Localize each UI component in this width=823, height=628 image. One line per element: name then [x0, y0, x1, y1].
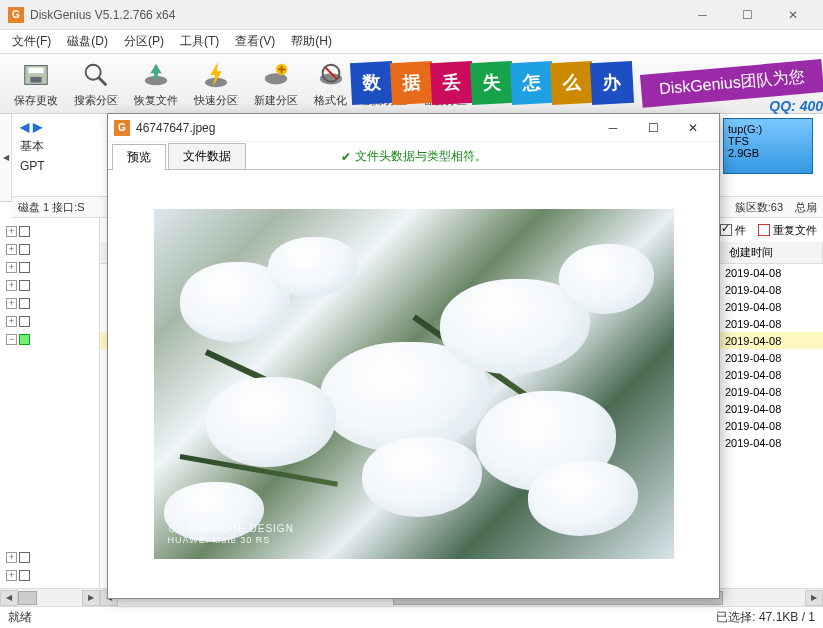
- tree-row[interactable]: −: [0, 330, 99, 348]
- svg-line-4: [99, 78, 107, 86]
- disk-info: 磁盘 1 接口:S: [18, 200, 85, 215]
- tree-row[interactable]: +: [0, 240, 99, 258]
- app-icon: G: [8, 7, 24, 23]
- label-gpt: GPT: [20, 159, 84, 173]
- recover-files-button[interactable]: 恢复文件: [126, 57, 186, 110]
- recover-icon: [140, 59, 172, 91]
- label-basic: 基本: [20, 138, 84, 155]
- scroll-right-icon[interactable]: ▶: [805, 590, 823, 606]
- banner-char: 丢: [430, 61, 474, 105]
- volume-size: 2.9GB: [728, 147, 808, 159]
- status-ready: 就绪: [8, 609, 32, 626]
- preview-title-bar[interactable]: G 46747647.jpeg ─ ☐ ✕: [108, 114, 719, 142]
- menu-help[interactable]: 帮助(H): [283, 31, 340, 52]
- search-partition-button[interactable]: 搜索分区: [66, 57, 126, 110]
- save-button[interactable]: 保存更改: [6, 57, 66, 110]
- left-collapse[interactable]: ◀: [0, 114, 12, 201]
- nav-back-icon[interactable]: ◀: [20, 120, 29, 134]
- preview-minimize-button[interactable]: ─: [593, 115, 633, 141]
- status-selected: 已选择: 47.1KB / 1: [716, 609, 815, 626]
- disk-icon: [20, 59, 52, 91]
- tree-row[interactable]: +: [0, 276, 99, 294]
- lightning-icon: [200, 59, 232, 91]
- svg-point-3: [86, 65, 101, 80]
- scroll-right-icon[interactable]: ▶: [82, 590, 100, 606]
- banner-char: 么: [550, 61, 594, 105]
- tree-row[interactable]: +: [0, 258, 99, 276]
- quick-partition-button[interactable]: 快速分区: [186, 57, 246, 110]
- tree-hscroll[interactable]: ◀ ▶: [0, 588, 100, 606]
- preview-tabs: 预览 文件数据 ✔ 文件头数据与类型相符。: [108, 142, 719, 170]
- preview-title: 46747647.jpeg: [136, 121, 593, 135]
- window-title: DiskGenius V5.1.2.766 x64: [30, 8, 680, 22]
- tree-row[interactable]: +: [0, 312, 99, 330]
- banner-qq: QQ: 400: [769, 98, 823, 114]
- image-watermark: ⊙⊙ PORSCHE DESIGN HUAWEI Mate 30 RS: [168, 522, 294, 547]
- menu-partition[interactable]: 分区(P): [116, 31, 172, 52]
- svg-point-7: [265, 73, 288, 84]
- tree-row[interactable]: +: [0, 294, 99, 312]
- tree-row[interactable]: +: [0, 566, 99, 584]
- format-icon: [315, 59, 347, 91]
- col-created[interactable]: 创建时间: [723, 242, 823, 263]
- promo-banner: 数 据 丢 失 怎 么 办 DiskGenius团队为您 QQ: 400: [353, 54, 823, 112]
- app-icon: G: [114, 120, 130, 136]
- menu-bar: 文件(F) 磁盘(D) 分区(P) 工具(T) 查看(V) 帮助(H): [0, 30, 823, 54]
- preview-close-button[interactable]: ✕: [673, 115, 713, 141]
- preview-image: ⊙⊙ PORSCHE DESIGN HUAWEI Mate 30 RS: [154, 209, 674, 559]
- scroll-left-icon[interactable]: ◀: [0, 590, 18, 606]
- banner-char: 失: [470, 61, 514, 105]
- toolbar: 保存更改 搜索分区 恢复文件 快速分区 新建分区 格式化 删除分区 备份分区 数…: [0, 54, 823, 114]
- menu-tools[interactable]: 工具(T): [172, 31, 227, 52]
- tree-row[interactable]: +: [0, 548, 99, 566]
- search-icon: [80, 59, 112, 91]
- svg-rect-2: [30, 77, 41, 83]
- header-match-msg: ✔ 文件头数据与类型相符。: [341, 148, 487, 165]
- scroll-thumb[interactable]: [18, 591, 37, 605]
- new-icon: [260, 59, 292, 91]
- menu-file[interactable]: 文件(F): [4, 31, 59, 52]
- status-bar: 就绪 已选择: 47.1KB / 1: [0, 606, 823, 628]
- tree-panel: + + + + + + − + + +: [0, 218, 100, 606]
- total-sectors: 总扇: [795, 200, 817, 215]
- tree-row[interactable]: +: [0, 222, 99, 240]
- tab-preview[interactable]: 预览: [112, 144, 166, 170]
- banner-char: 办: [590, 61, 634, 105]
- nav-fwd-icon[interactable]: ▶: [33, 120, 42, 134]
- banner-char: 据: [390, 61, 434, 105]
- volume-block[interactable]: tup(G:) TFS 2.9GB: [723, 118, 813, 174]
- menu-disk[interactable]: 磁盘(D): [59, 31, 116, 52]
- format-button[interactable]: 格式化: [306, 57, 355, 110]
- maximize-button[interactable]: ☐: [725, 1, 770, 29]
- svg-rect-1: [29, 68, 44, 74]
- menu-view[interactable]: 查看(V): [227, 31, 283, 52]
- tab-filedata[interactable]: 文件数据: [168, 143, 246, 169]
- volume-fs: TFS: [728, 135, 808, 147]
- new-partition-button[interactable]: 新建分区: [246, 57, 306, 110]
- preview-window: G 46747647.jpeg ─ ☐ ✕ 预览 文件数据 ✔ 文件头数据与类型…: [107, 113, 720, 599]
- minimize-button[interactable]: ─: [680, 1, 725, 29]
- opt-dup[interactable]: 重复文件: [752, 223, 823, 238]
- banner-char: 怎: [510, 61, 554, 105]
- volume-name: tup(G:): [728, 123, 808, 135]
- check-icon: ✔: [341, 150, 351, 164]
- preview-maximize-button[interactable]: ☐: [633, 115, 673, 141]
- banner-char: 数: [350, 61, 394, 105]
- bad-sectors: 簇区数:63: [735, 200, 783, 215]
- checkbox-icon: [720, 224, 732, 236]
- close-button[interactable]: ✕: [770, 1, 815, 29]
- preview-body: ⊙⊙ PORSCHE DESIGN HUAWEI Mate 30 RS: [108, 170, 719, 598]
- title-bar: G DiskGenius V5.1.2.766 x64 ─ ☐ ✕: [0, 0, 823, 30]
- checkbox-icon: [758, 224, 770, 236]
